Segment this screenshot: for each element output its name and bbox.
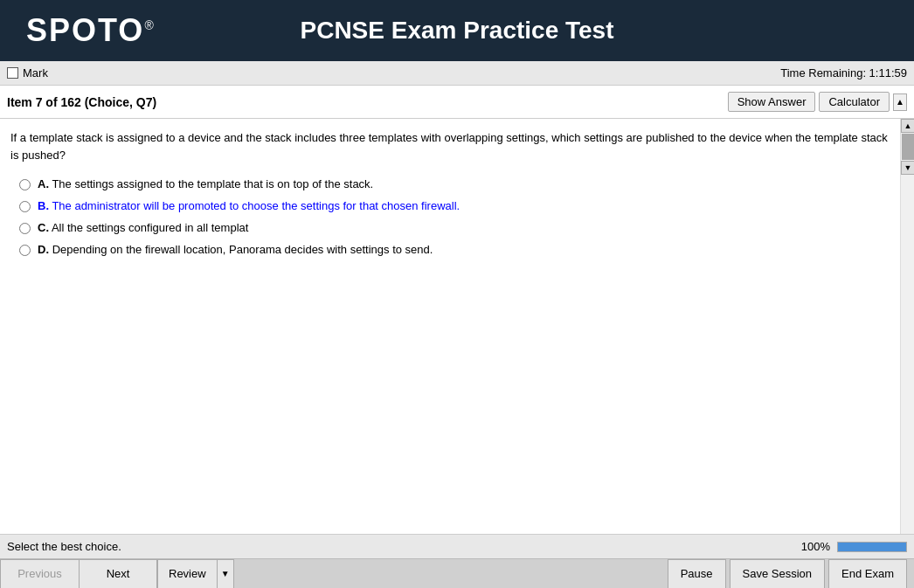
answer-option-a[interactable]: A. The settings assigned to the template… — [19, 177, 897, 190]
answer-options: A. The settings assigned to the template… — [10, 177, 897, 256]
logo: SPOTO® — [26, 12, 156, 49]
status-bar: Select the best choice. 100% — [0, 534, 914, 558]
end-exam-button[interactable]: End Exam — [828, 559, 907, 589]
progress-percent: 100% — [801, 540, 830, 553]
footer-left: Previous Next Review ▼ — [0, 559, 234, 589]
review-dropdown-arrow[interactable]: ▼ — [217, 559, 234, 589]
radio-c[interactable] — [19, 223, 31, 234]
mark-checkbox[interactable] — [7, 67, 18, 79]
time-remaining: Time Remaining: 1:11:59 — [780, 66, 907, 80]
question-text: If a template stack is assigned to a dev… — [10, 129, 897, 163]
previous-button[interactable]: Previous — [0, 559, 79, 589]
progress-bar-container — [837, 542, 907, 552]
question-actions: Show Answer Calculator ▲ — [728, 92, 907, 112]
radio-b[interactable] — [19, 201, 31, 212]
next-button[interactable]: Next — [79, 559, 157, 589]
footer: Previous Next Review ▼ Pause Save Sessio… — [0, 558, 914, 588]
question-info: Item 7 of 162 (Choice, Q7) — [7, 95, 156, 109]
app-title: PCNSE Exam Practice Test — [301, 17, 614, 45]
scrollbar-thumb[interactable] — [902, 134, 914, 160]
main-content: If a template stack is assigned to a dev… — [0, 119, 914, 534]
pause-button[interactable]: Pause — [668, 559, 726, 589]
option-b-label: B. The administrator will be promoted to… — [38, 199, 460, 212]
option-c-label: C. All the settings configured in all te… — [38, 221, 248, 234]
question-header: Item 7 of 162 (Choice, Q7) Show Answer C… — [0, 86, 914, 119]
mark-label[interactable]: Mark — [7, 66, 48, 80]
scrollbar-up[interactable]: ▲ — [901, 119, 914, 133]
scrollbar-track: ▲ ▼ — [900, 119, 914, 534]
calculator-button[interactable]: Calculator — [819, 92, 890, 112]
answer-option-b[interactable]: B. The administrator will be promoted to… — [19, 199, 897, 212]
status-text: Select the best choice. — [7, 540, 121, 553]
radio-d[interactable] — [19, 245, 31, 256]
app-header: SPOTO® PCNSE Exam Practice Test — [0, 0, 914, 61]
review-button[interactable]: Review — [157, 559, 217, 589]
progress-bar-fill — [838, 543, 906, 551]
progress-area: 100% — [801, 540, 907, 553]
scroll-up-button[interactable]: ▲ — [893, 93, 907, 111]
footer-right: Pause Save Session End Exam — [668, 559, 914, 589]
save-session-button[interactable]: Save Session — [730, 559, 826, 589]
scrollbar-down[interactable]: ▼ — [901, 161, 914, 175]
option-d-label: D. Depending on the firewall location, P… — [38, 243, 433, 256]
radio-a[interactable] — [19, 179, 31, 190]
answer-option-c[interactable]: C. All the settings configured in all te… — [19, 221, 897, 234]
show-answer-button[interactable]: Show Answer — [728, 92, 816, 112]
answer-option-d[interactable]: D. Depending on the firewall location, P… — [19, 243, 897, 256]
mark-bar: Mark Time Remaining: 1:11:59 — [0, 61, 914, 86]
mark-text: Mark — [23, 66, 48, 80]
option-a-label: A. The settings assigned to the template… — [38, 177, 373, 190]
review-container: Review ▼ — [157, 559, 234, 589]
